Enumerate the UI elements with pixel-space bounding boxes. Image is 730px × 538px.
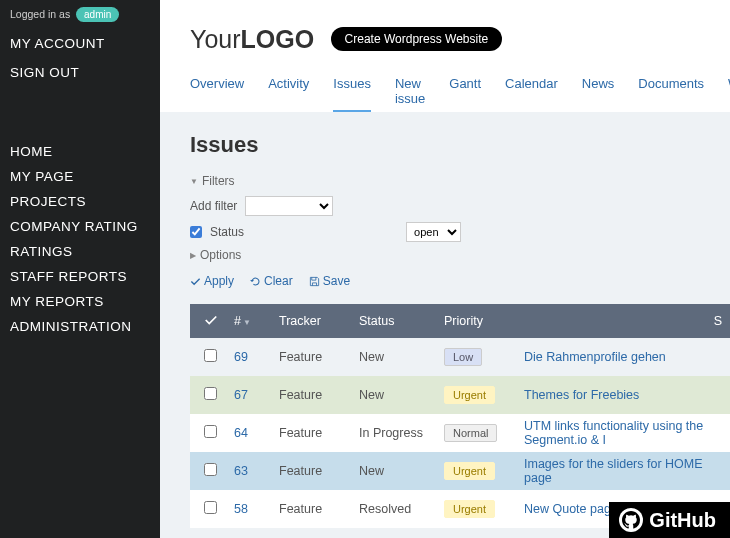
header-priority[interactable]: Priority: [444, 314, 524, 328]
issue-status: New: [359, 464, 444, 478]
tab-calendar[interactable]: Calendar: [505, 76, 558, 112]
check-icon: [204, 313, 218, 327]
filter-actions: Apply Clear Save: [190, 274, 730, 288]
table-row: 63FeatureNewUrgentImages for the sliders…: [190, 452, 730, 490]
sign-out-link[interactable]: SIGN OUT: [10, 65, 160, 80]
my-account-link[interactable]: MY ACCOUNT: [10, 36, 160, 51]
issue-subject-link[interactable]: Die Rahmenprofile gehen: [524, 350, 666, 364]
filters-toggle[interactable]: ▼ Filters: [190, 174, 730, 188]
login-prefix: Logged in as: [10, 8, 70, 20]
table-row: 69FeatureNewLowDie Rahmenprofile gehen: [190, 338, 730, 376]
nav-home[interactable]: HOME: [10, 144, 160, 159]
add-filter-label: Add filter: [190, 199, 237, 213]
issue-tracker: Feature: [279, 388, 359, 402]
login-user-badge[interactable]: admin: [76, 7, 119, 22]
sidebar: Logged in as admin MY ACCOUNT SIGN OUT H…: [0, 0, 160, 538]
row-checkbox[interactable]: [204, 463, 217, 476]
tab-news[interactable]: News: [582, 76, 615, 112]
nav-ratings[interactable]: RATINGS: [10, 244, 160, 259]
table-row: 67FeatureNewUrgentThemes for Freebies: [190, 376, 730, 414]
add-filter-select[interactable]: [245, 196, 333, 216]
tab-issues[interactable]: Issues: [333, 76, 371, 112]
status-label: Status: [210, 225, 244, 239]
priority-badge: Normal: [444, 424, 497, 442]
github-label: GitHub: [649, 509, 716, 532]
issues-table: #▼ Tracker Status Priority S 69FeatureNe…: [190, 304, 730, 528]
tab-bar: Overview Activity Issues New issue Gantt…: [190, 76, 730, 112]
clear-button[interactable]: Clear: [250, 274, 293, 288]
table-row: 64FeatureIn ProgressNormalUTM links func…: [190, 414, 730, 452]
content: Issues ▼ Filters Add filter Status open …: [160, 112, 730, 538]
nav-projects[interactable]: PROJECTS: [10, 194, 160, 209]
github-badge[interactable]: GitHub: [609, 502, 730, 538]
triangle-right-icon: ▶: [190, 251, 196, 260]
row-checkbox[interactable]: [204, 501, 217, 514]
issue-status: New: [359, 350, 444, 364]
issue-id-link[interactable]: 63: [234, 464, 248, 478]
apply-button[interactable]: Apply: [190, 274, 234, 288]
tab-documents[interactable]: Documents: [638, 76, 704, 112]
reload-icon: [250, 276, 261, 287]
header-status[interactable]: Status: [359, 314, 444, 328]
priority-badge: Low: [444, 348, 482, 366]
row-checkbox[interactable]: [204, 387, 217, 400]
status-checkbox[interactable]: [190, 226, 202, 238]
issue-tracker: Feature: [279, 426, 359, 440]
status-select[interactable]: open: [406, 222, 461, 242]
issue-subject-link[interactable]: UTM links functionality using the Segmen…: [524, 419, 703, 447]
tab-new-issue[interactable]: New issue: [395, 76, 425, 112]
github-icon: [619, 508, 643, 532]
priority-badge: Urgent: [444, 462, 495, 480]
header-subject[interactable]: S: [524, 314, 730, 328]
tab-gantt[interactable]: Gantt: [449, 76, 481, 112]
priority-badge: Urgent: [444, 386, 495, 404]
page-title: Issues: [190, 132, 730, 158]
row-checkbox[interactable]: [204, 425, 217, 438]
save-button[interactable]: Save: [309, 274, 350, 288]
logo: YourLOGO: [190, 25, 314, 53]
header-checkbox[interactable]: [204, 313, 234, 330]
issue-tracker: Feature: [279, 350, 359, 364]
main-area: YourLOGO Create Wordpress Website Overvi…: [160, 0, 730, 538]
nav-my-page[interactable]: MY PAGE: [10, 169, 160, 184]
issue-status: In Progress: [359, 426, 444, 440]
tab-overview[interactable]: Overview: [190, 76, 244, 112]
issue-subject-link[interactable]: Images for the sliders for HOME page: [524, 457, 703, 485]
issue-subject-link[interactable]: Themes for Freebies: [524, 388, 639, 402]
check-icon: [190, 276, 201, 287]
sort-down-icon: ▼: [243, 318, 251, 327]
login-status: Logged in as admin: [10, 7, 160, 22]
issue-tracker: Feature: [279, 464, 359, 478]
options-toggle[interactable]: ▶ Options: [190, 248, 730, 262]
issue-tracker: Feature: [279, 502, 359, 516]
issue-id-link[interactable]: 64: [234, 426, 248, 440]
cta-button[interactable]: Create Wordpress Website: [331, 27, 503, 51]
nav-company-rating[interactable]: COMPANY RATING: [10, 219, 160, 234]
header-id[interactable]: #▼: [234, 314, 279, 328]
row-checkbox[interactable]: [204, 349, 217, 362]
save-icon: [309, 276, 320, 287]
tab-activity[interactable]: Activity: [268, 76, 309, 112]
table-header: #▼ Tracker Status Priority S: [190, 304, 730, 338]
triangle-down-icon: ▼: [190, 177, 198, 186]
issue-id-link[interactable]: 69: [234, 350, 248, 364]
nav-staff-reports[interactable]: STAFF REPORTS: [10, 269, 160, 284]
priority-badge: Urgent: [444, 500, 495, 518]
nav-administration[interactable]: ADMINISTRATION: [10, 319, 160, 334]
header: YourLOGO Create Wordpress Website Overvi…: [160, 0, 730, 112]
issue-id-link[interactable]: 67: [234, 388, 248, 402]
header-tracker[interactable]: Tracker: [279, 314, 359, 328]
issue-id-link[interactable]: 58: [234, 502, 248, 516]
issue-status: Resolved: [359, 502, 444, 516]
issue-status: New: [359, 388, 444, 402]
nav-my-reports[interactable]: MY REPORTS: [10, 294, 160, 309]
